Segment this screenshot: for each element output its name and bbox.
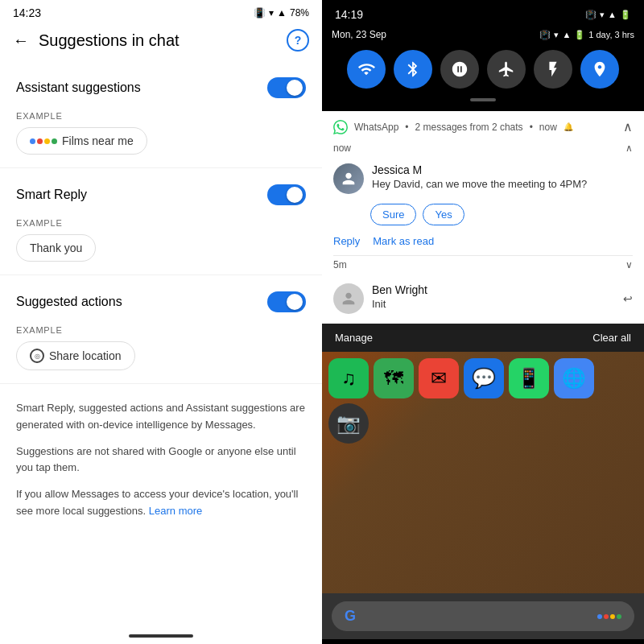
whatsapp-icon [333,120,348,134]
whatsapp-notif-card: WhatsApp • 2 messages from 2 chats • now… [322,111,644,324]
notif-header: WhatsApp • 2 messages from 2 chats • now… [322,111,644,139]
notif-section-header-1: now ∧ [322,139,644,159]
camera-icon[interactable]: 📷 [328,403,369,444]
battery-left: 78% [290,7,309,19]
google-dots-search [597,614,621,619]
assistant-chip-text: Films near me [62,134,134,147]
ben-message-row: Ben Wright Init ↩ [322,275,644,324]
date-display: Mon, 23 Sep [332,29,386,40]
status-icons-right: 📳 ▾ ▲ 🔋 [585,10,631,20]
gmail-icon[interactable]: ✉ [419,358,459,398]
battery-detail: 🔋 [574,30,585,40]
divider-1 [0,167,322,168]
location-chip-icon: ◎ [30,349,44,363]
notification-bottom-bar: Manage Clear all [322,324,644,352]
google-search-bar[interactable]: G [332,601,634,631]
notif-section-header-2: 5m ∨ [322,256,644,275]
suggested-actions-chip: ◎ Share location [16,341,135,370]
google-g-letter: G [345,608,356,625]
jessica-sender-name: Jessica M [372,163,633,176]
notif-time: now [539,122,557,133]
spotify-icon[interactable]: ♫ [328,358,369,398]
signal-icon-left: ▲ [277,7,287,19]
assistant-suggestions-label: Assistant suggestions [16,80,141,95]
suggested-actions-label: Suggested actions [16,295,122,309]
flashlight-tile[interactable] [534,50,572,89]
right-panel: 14:19 📳 ▾ ▲ 🔋 Mon, 23 Sep 📳 ▾ ▲ 🔋 1 day,… [322,0,644,644]
notif-dot: • [405,122,408,133]
home-bar-left [129,634,193,638]
smart-reply-example-label: EXAMPLE [16,218,306,228]
footer-para-3: If you allow Messages to access your dev… [16,486,306,520]
whatsapp-app-name: WhatsApp [354,122,398,133]
manage-button[interactable]: Manage [335,332,373,344]
ben-message-text: Init [372,298,615,310]
airplane-tile[interactable] [487,50,526,89]
suggested-actions-toggle[interactable] [267,291,306,312]
mark-as-read-button[interactable]: Mark as read [373,235,434,247]
suggested-actions-row: Suggested actions [0,279,322,325]
clear-all-button[interactable]: Clear all [592,332,631,344]
home-indicator-left [0,628,322,644]
smart-reply-chip-text: Thank you [30,242,82,254]
wifi-icon-left: ▾ [269,7,274,19]
assistant-example-chip: Films near me [16,127,147,155]
phone-background: ♫ 🗺 ✉ 💬 📱 🌐 📷 [322,352,644,593]
smart-reply-toggle[interactable] [267,184,306,205]
left-panel: 14:23 📳 ▾ ▲ 78% ← Suggestions in chat ? … [0,0,322,644]
ben-sender-name: Ben Wright [372,283,615,296]
footer-text: Smart Reply, suggested actions and Assis… [0,387,322,533]
notif-dot2: • [530,122,533,133]
back-button[interactable]: ← [13,31,29,50]
divider-3 [0,383,322,384]
notif-actions: Reply Mark as read [322,232,644,255]
learn-more-link[interactable]: Learn more [149,505,202,517]
reply-button[interactable]: Reply [333,235,360,247]
signal-detail: ▲ [562,30,571,39]
jessica-message-row: Jessica M Hey David, can we move the mee… [322,159,644,200]
assistant-suggestions-toggle[interactable] [267,77,306,98]
notif-section-chevron-2[interactable]: ∨ [625,259,633,270]
date-battery-bar: Mon, 23 Sep 📳 ▾ ▲ 🔋 1 day, 3 hrs [322,26,644,47]
chrome-icon[interactable]: 🌐 [554,358,594,398]
jessica-message-content: Jessica M Hey David, can we move the mee… [372,163,633,190]
quick-tiles [322,47,644,98]
time-left: 14:23 [13,6,41,19]
battery-time: 1 day, 3 hrs [588,30,634,39]
smart-reply-chip: Thank you [16,234,96,262]
whatsapp-app-icon[interactable]: 📱 [509,358,549,398]
bluetooth-tile[interactable] [394,50,432,89]
smart-replies: Sure Yes [322,200,644,232]
assistant-example-label: EXAMPLE [16,111,306,121]
smart-reply-example-section: EXAMPLE Thank you [0,218,322,271]
suggested-actions-example-section: EXAMPLE ◎ Share location [0,325,322,380]
silent-icon: 🔔 [564,122,573,131]
battery-icon-right: 🔋 [620,10,631,20]
status-bar-right: 14:19 📳 ▾ ▲ 🔋 [322,0,644,26]
notif-section-chevron-1[interactable]: ∧ [625,142,633,154]
assistant-suggestions-row: Assistant suggestions [0,64,322,111]
sure-reply[interactable]: Sure [370,204,416,225]
time-right: 14:19 [335,8,363,21]
smart-reply-label: Smart Reply [16,188,87,202]
notif-collapse-button[interactable]: ∧ [623,119,633,134]
status-icons-left: 📳 ▾ ▲ 78% [254,7,309,19]
maps-icon[interactable]: 🗺 [374,358,414,398]
vibrate-icon-right: 📳 [585,10,597,20]
ben-reply-icon: ↩ [623,292,633,305]
vibrate-icon: 📳 [254,7,266,19]
page-title: Suggestions in chat [39,31,277,50]
jessica-avatar [333,163,364,194]
footer-para-1: Smart Reply, suggested actions and Assis… [16,400,306,434]
wifi-icon-right: ▾ [600,10,605,20]
detail-icons: 📳 ▾ ▲ 🔋 1 day, 3 hrs [539,30,634,40]
yes-reply[interactable]: Yes [423,204,464,225]
location-tile[interactable] [580,50,619,89]
nearby-tile[interactable] [440,50,479,89]
assistant-example-section: EXAMPLE Films near me [0,111,322,164]
help-button[interactable]: ? [287,29,309,52]
wifi-detail: ▾ [554,30,559,40]
messages-icon[interactable]: 💬 [464,358,504,398]
wifi-tile[interactable] [347,50,386,89]
ben-avatar [333,283,364,314]
